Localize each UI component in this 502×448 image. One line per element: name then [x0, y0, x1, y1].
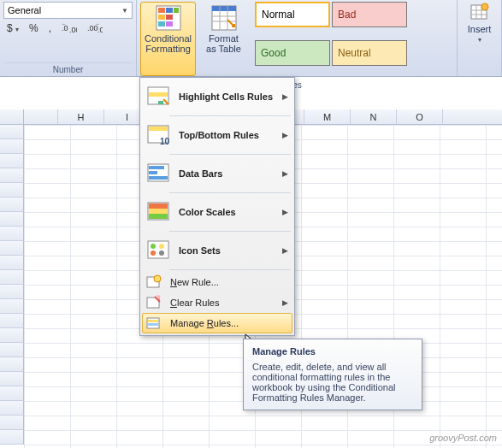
svg-point-25 [481, 3, 488, 10]
submenu-arrow-icon: ▶ [282, 92, 288, 101]
conditional-formatting-menu: Highlight Cells Rules ▶ 10 Top/Bottom Ru… [139, 77, 295, 336]
svg-text:.00: .00 [69, 26, 77, 34]
menu-new-rule[interactable]: New Rule... [142, 272, 292, 292]
chevron-down-icon: ▼ [121, 7, 128, 15]
styles-group: Conditional Formatting Format as Table N… [137, 0, 458, 76]
ribbon: General ▼ $ ▾ % , .0←.00 .00→.0 Number C… [0, 0, 502, 77]
number-group: General ▼ $ ▾ % , .0←.00 .00→.0 Number [0, 0, 137, 76]
col-header-n[interactable]: N [351, 109, 397, 124]
submenu-arrow-icon: ▶ [282, 131, 288, 139]
menu-label: Data Bars [179, 168, 282, 179]
menu-data-bars[interactable]: Data Bars ▶ [142, 156, 292, 191]
menu-label: Highlight Cells Rules [179, 91, 282, 102]
svg-rect-35 [149, 176, 168, 180]
menu-top-bottom-rules[interactable]: 10 Top/Bottom Rules ▶ [142, 118, 292, 152]
svg-rect-30 [149, 127, 168, 131]
svg-rect-37 [149, 203, 168, 209]
svg-rect-8 [166, 8, 173, 13]
currency-button[interactable]: $ ▾ [3, 21, 22, 36]
svg-rect-15 [212, 6, 236, 11]
svg-rect-7 [158, 8, 165, 13]
format-as-table-icon [210, 4, 238, 32]
svg-rect-10 [158, 15, 165, 20]
tooltip: Manage Rules Create, edit, delete, and v… [243, 339, 422, 410]
svg-text:←: ← [62, 22, 67, 27]
manage-rules-icon [146, 315, 162, 331]
svg-point-46 [154, 275, 161, 282]
tooltip-title: Manage Rules [252, 346, 413, 357]
number-group-label: Number [3, 62, 133, 76]
svg-rect-34 [149, 171, 157, 174]
comma-button[interactable]: , [45, 21, 55, 36]
svg-text:.0: .0 [97, 26, 103, 34]
menu-label: New Rule... [170, 277, 288, 287]
svg-rect-12 [158, 21, 165, 27]
data-bars-icon [146, 161, 172, 186]
style-neutral[interactable]: Neutral [332, 40, 407, 66]
conditional-formatting-label: Conditional Formatting [143, 33, 193, 54]
svg-rect-40 [148, 241, 168, 258]
clear-rules-icon [146, 295, 162, 310]
svg-rect-51 [148, 323, 158, 326]
svg-text:10: 10 [160, 137, 170, 146]
col-header-h[interactable]: H [58, 109, 104, 124]
menu-label: Clear Rules [170, 298, 282, 308]
chevron-down-icon[interactable]: ▾ [461, 36, 498, 44]
insert-group: Insert ▾ [458, 0, 502, 76]
conditional-formatting-button[interactable]: Conditional Formatting [140, 2, 196, 76]
svg-rect-27 [149, 92, 168, 97]
format-as-table-label: Format as Table [198, 33, 249, 54]
style-normal[interactable]: Normal [255, 2, 330, 27]
svg-rect-33 [149, 166, 164, 169]
number-format-select[interactable]: General ▼ [3, 2, 133, 19]
menu-label: Color Scales [179, 207, 282, 217]
cell-styles-gallery[interactable]: Normal Bad Good Neutral [255, 2, 417, 76]
decrease-decimal-button[interactable]: .00→.0 [84, 21, 106, 36]
watermark: groovyPost.com [429, 433, 497, 443]
icon-sets-icon [146, 238, 172, 263]
menu-label: Icon Sets [179, 245, 282, 256]
percent-button[interactable]: % [26, 21, 42, 36]
menu-label: Top/Bottom Rules [179, 130, 282, 140]
svg-rect-9 [174, 8, 179, 13]
col-header[interactable] [24, 109, 58, 124]
menu-manage-rules[interactable]: Manage Rules... [142, 313, 292, 333]
submenu-arrow-icon: ▶ [282, 169, 288, 178]
submenu-arrow-icon: ▶ [282, 208, 288, 216]
menu-label: Manage Rules... [170, 318, 288, 328]
svg-rect-50 [148, 320, 158, 322]
increase-decimal-button[interactable]: .0←.00 [58, 21, 80, 36]
svg-point-44 [159, 251, 164, 256]
style-bad[interactable]: Bad [332, 2, 407, 27]
menu-color-scales[interactable]: Color Scales ▶ [142, 195, 292, 229]
menu-icon-sets[interactable]: Icon Sets ▶ [142, 233, 292, 268]
submenu-arrow-icon: ▶ [282, 246, 288, 255]
menu-clear-rules[interactable]: Clear Rules ▶ [142, 292, 292, 313]
submenu-arrow-icon: ▶ [282, 298, 288, 307]
conditional-formatting-icon [155, 4, 182, 32]
highlight-cells-icon [146, 84, 172, 109]
select-all-corner[interactable] [0, 109, 24, 124]
style-good[interactable]: Good [255, 40, 330, 66]
svg-rect-11 [166, 15, 173, 20]
col-header-m[interactable]: M [304, 109, 351, 124]
svg-point-43 [159, 244, 164, 249]
col-header-o[interactable]: O [397, 109, 443, 124]
format-as-table-button[interactable]: Format as Table [196, 2, 251, 76]
svg-rect-28 [158, 101, 163, 104]
svg-rect-13 [166, 21, 173, 27]
insert-cells-icon[interactable] [470, 2, 490, 22]
svg-rect-39 [149, 214, 168, 219]
top-bottom-icon: 10 [146, 122, 172, 148]
svg-point-41 [151, 244, 156, 249]
svg-point-42 [151, 251, 156, 256]
color-scales-icon [146, 199, 172, 225]
svg-rect-38 [149, 209, 168, 214]
tooltip-body: Create, edit, delete, and view all condi… [252, 362, 413, 403]
row-headers [0, 125, 24, 448]
insert-label: Insert [461, 24, 498, 34]
number-format-value: General [8, 5, 41, 15]
new-rule-icon [146, 274, 162, 290]
menu-highlight-cells-rules[interactable]: Highlight Cells Rules ▶ [142, 80, 292, 114]
